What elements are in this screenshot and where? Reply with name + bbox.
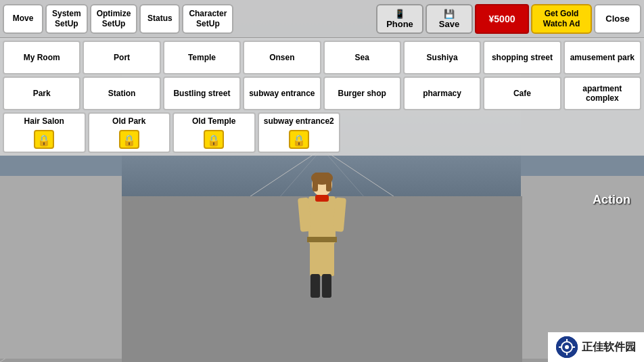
lock-icon-old-temple: 🔒 — [204, 130, 224, 149]
svg-rect-25 — [308, 196, 336, 244]
save-icon: 💾 — [444, 9, 455, 19]
close-button[interactable]: Close — [594, 4, 641, 34]
phone-button[interactable]: 📱 Phone — [376, 4, 423, 34]
nav-subway-entrance2[interactable]: subway entrance2 🔒 — [258, 112, 341, 153]
lock-icon-subway-entrance2: 🔒 — [289, 130, 309, 149]
nav-sea[interactable]: Sea — [323, 41, 401, 74]
svg-rect-29 — [322, 274, 331, 298]
watermark: 正佳软件园 — [548, 332, 644, 362]
svg-rect-18 — [0, 176, 122, 359]
nav-burger-shop[interactable]: Burger shop — [323, 76, 401, 110]
nav-sushiya[interactable]: Sushiya — [403, 41, 481, 74]
character-setup-button[interactable]: CharacterSetUp — [182, 4, 233, 34]
svg-rect-27 — [310, 242, 334, 276]
nav-row-1: My Room Port Temple Onsen Sea Sushiya sh… — [3, 41, 641, 74]
nav-subway-entrance[interactable]: subway entrance — [243, 76, 321, 110]
nav-row3-spacer — [342, 112, 641, 153]
hair-salon-label: Hair Salon — [4, 116, 85, 126]
svg-rect-28 — [310, 274, 320, 298]
save-button[interactable]: 💾 Save — [426, 4, 473, 34]
nav-row-2: Park Station Bustling street subway entr… — [3, 76, 641, 110]
nav-row-3: Hair Salon 🔒 Old Park 🔒 Old Temple 🔒 sub… — [3, 112, 641, 153]
phone-icon: 📱 — [394, 9, 405, 19]
toolbar: Move SystemSetUp OptimizeSetUp Status Ch… — [0, 0, 644, 38]
nav-port[interactable]: Port — [83, 41, 160, 74]
lock-icon-old-park: 🔒 — [119, 130, 139, 149]
nav-grid-container: My Room Port Temple Onsen Sea Sushiya sh… — [0, 38, 644, 156]
status-button[interactable]: Status — [139, 4, 180, 34]
svg-point-35 — [565, 345, 569, 349]
gold-ad-button[interactable]: Get GoldWatch Ad — [531, 4, 592, 34]
move-button[interactable]: Move — [3, 4, 43, 34]
ui-overlay: Move SystemSetUp OptimizeSetUp Status Ch… — [0, 0, 644, 156]
nav-temple[interactable]: Temple — [163, 41, 241, 74]
nav-shopping-street[interactable]: shopping street — [483, 41, 561, 74]
nav-my-room[interactable]: My Room — [3, 41, 80, 74]
system-setup-button[interactable]: SystemSetUp — [45, 4, 88, 34]
nav-hair-salon[interactable]: Hair Salon 🔒 — [3, 112, 86, 153]
old-park-label: Old Park — [89, 116, 170, 126]
svg-rect-24 — [326, 178, 331, 191]
nav-pharmacy[interactable]: pharmacy — [403, 76, 481, 110]
nav-station[interactable]: Station — [83, 76, 160, 110]
money-display: ¥5000 — [475, 4, 529, 34]
nav-onsen[interactable]: Onsen — [243, 41, 321, 74]
watermark-logo — [556, 336, 578, 358]
nav-park[interactable]: Park — [3, 76, 80, 110]
svg-rect-23 — [313, 178, 318, 191]
svg-rect-32 — [315, 195, 329, 202]
lock-icon-hair-salon: 🔒 — [34, 130, 54, 149]
nav-cafe[interactable]: Cafe — [483, 76, 561, 110]
optimize-setup-button[interactable]: OptimizeSetUp — [90, 4, 138, 34]
character — [288, 173, 356, 321]
nav-amusement-park[interactable]: amusement park — [564, 41, 641, 74]
nav-bustling-street[interactable]: Bustling street — [163, 76, 241, 110]
nav-old-park[interactable]: Old Park 🔒 — [88, 112, 171, 153]
nav-old-temple[interactable]: Old Temple 🔒 — [172, 112, 256, 153]
svg-rect-26 — [307, 237, 337, 242]
old-temple-label: Old Temple — [174, 116, 254, 126]
subway-entrance2-label: subway entrance2 — [259, 116, 340, 126]
nav-apartment-complex[interactable]: apartment complex — [564, 76, 641, 110]
action-label: Action — [593, 193, 630, 207]
watermark-text: 正佳软件园 — [582, 340, 636, 355]
